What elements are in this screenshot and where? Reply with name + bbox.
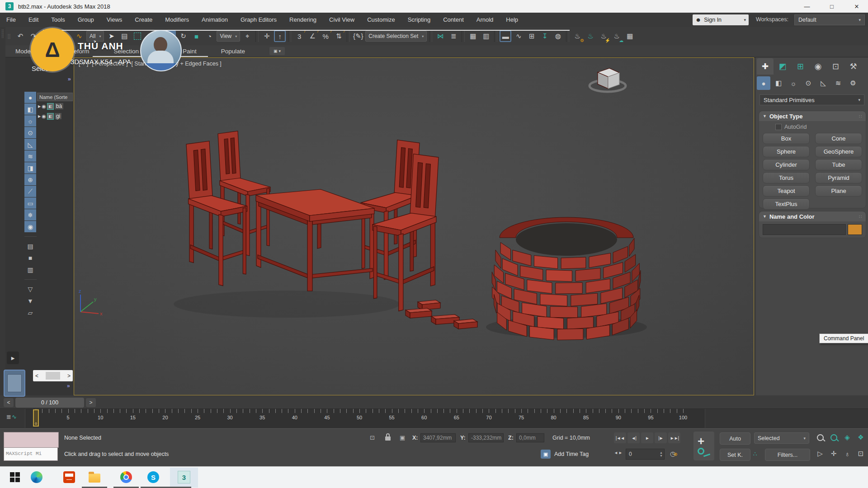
hierarchy-tab[interactable]: ⊞ xyxy=(792,58,809,75)
display-shapes-icon[interactable]: ◧ xyxy=(24,103,36,115)
toolbar-grip[interactable]: ⣿ xyxy=(7,33,10,39)
menu-customize[interactable]: Customize xyxy=(361,13,401,27)
utilities-tab[interactable]: ⚒ xyxy=(845,58,862,75)
scene-object-row[interactable]: ▶◉◧bà xyxy=(37,101,73,111)
menu-views[interactable]: Views xyxy=(100,13,128,27)
menu-tools[interactable]: Tools xyxy=(45,13,71,27)
primitive-button-textplus[interactable]: TextPlus xyxy=(763,198,810,210)
y-coordinate-field[interactable]: -333,232mm xyxy=(468,433,504,442)
frame-back-button[interactable]: < xyxy=(4,398,14,407)
expand-arrow-icon[interactable]: ▶ xyxy=(38,114,41,118)
selection-filter-dropdown[interactable]: All▾ xyxy=(86,31,104,42)
time-slider[interactable]: 0 / 100 xyxy=(15,398,84,408)
field-of-view-icon[interactable]: ▷ xyxy=(814,448,826,460)
z-coordinate-field[interactable]: 0,0mm xyxy=(516,433,544,442)
modify-tab[interactable]: ◩ xyxy=(774,58,791,75)
rendered-frame-window-icon[interactable]: ♨ xyxy=(585,30,596,42)
primitive-button-geosphere[interactable]: GeoSphere xyxy=(815,146,862,157)
display-geometry-icon[interactable]: ◨ xyxy=(24,162,36,174)
menu-edit[interactable]: Edit xyxy=(22,13,45,27)
render-in-cloud-icon[interactable]: ♨☁ xyxy=(611,30,623,42)
add-time-tag[interactable]: Add Time Tag xyxy=(554,451,589,457)
helpers-subtab[interactable]: ◺ xyxy=(816,76,830,90)
select-and-scale-icon[interactable]: ■ xyxy=(190,30,202,42)
frame-nudge-icon[interactable]: ◄► xyxy=(614,450,623,455)
taskbar-news-icon[interactable] xyxy=(62,470,76,484)
perspective-viewport[interactable]: xyz [ + ][ Perspective ][ Standard ][ Cl… xyxy=(74,57,754,395)
spacewarps-subtab[interactable]: ≋ xyxy=(831,76,845,90)
primitive-button-plane[interactable]: Plane xyxy=(815,185,862,197)
shapes-subtab[interactable]: ◧ xyxy=(772,76,785,90)
display-tab[interactable]: ⊡ xyxy=(827,58,844,75)
autogrid-checkbox[interactable] xyxy=(775,124,782,130)
rectangular-selection-region-icon[interactable] xyxy=(132,30,143,42)
menu-modifiers[interactable]: Modifiers xyxy=(159,13,195,27)
scene-object-row[interactable]: ▶◉◧gi xyxy=(37,111,73,121)
workspace-dropdown[interactable]: Default ▾ xyxy=(794,14,865,25)
mini-curve-editor-button[interactable]: ≣ ∿ xyxy=(6,413,17,420)
snaps-toggle-icon[interactable]: 3ˀ xyxy=(293,30,305,42)
menu-group[interactable]: Group xyxy=(71,13,100,27)
set-key-mode-button[interactable]: Set K. xyxy=(720,449,750,461)
play-button[interactable]: ► xyxy=(641,432,653,443)
primitive-button-pyramid[interactable]: Pyramid xyxy=(815,172,862,183)
taskbar-chrome-icon[interactable] xyxy=(119,470,133,484)
scene-explorer-overflow-icon[interactable]: » xyxy=(67,383,70,389)
spinner-snap-icon[interactable]: ⇅ˀ xyxy=(333,30,344,42)
primitive-button-cylinder[interactable]: Cylinder xyxy=(763,159,810,170)
auto-key-button[interactable]: Auto xyxy=(720,432,750,445)
key-filters-button[interactable]: Filters... xyxy=(765,449,810,461)
select-and-manipulate-icon[interactable]: ✛ xyxy=(261,30,273,42)
menu-animation[interactable]: Animation xyxy=(195,13,234,27)
close-button[interactable]: ✕ xyxy=(845,0,868,13)
scene-explorer-more-icon[interactable]: » xyxy=(68,75,71,82)
display-containers-icon[interactable]: ▭ xyxy=(24,197,36,209)
horizontal-scrollbar[interactable]: < > xyxy=(33,370,73,381)
display-lights-icon[interactable]: ☼ xyxy=(24,115,36,127)
folder-icon[interactable]: ▱ xyxy=(24,307,36,318)
filter-combination-icon[interactable]: ▽ xyxy=(24,283,36,295)
zoom-icon[interactable] xyxy=(814,432,826,443)
align-icon[interactable]: ≣ xyxy=(448,30,459,42)
menu-civil-view[interactable]: Civil View xyxy=(323,13,361,27)
name-and-color-rollout-header[interactable]: ▼ Name and Color ∷ xyxy=(759,211,866,221)
display-cameras-icon[interactable]: ⊙ xyxy=(24,127,36,138)
maxscript-mini-listener-label[interactable]: MAXScript Mi xyxy=(4,447,58,461)
menu-file[interactable]: File xyxy=(0,13,22,27)
visibility-eye-icon[interactable]: ◉ xyxy=(42,103,46,109)
scene-states-icon[interactable]: ◍ xyxy=(552,30,564,42)
taskbar-3dsmax-icon[interactable]: 3 xyxy=(177,470,191,484)
primitive-button-sphere[interactable]: Sphere xyxy=(763,146,810,157)
key-filter-selected-dropdown[interactable]: Selected ▾ xyxy=(754,432,809,444)
track-bar[interactable]: 5101520253035404550556065707580859095100… xyxy=(25,409,705,428)
go-to-end-button[interactable]: ►►| xyxy=(668,432,680,443)
display-hidden-icon[interactable]: ◉ xyxy=(24,221,36,232)
time-configuration-icon[interactable]: ◷⚙ xyxy=(670,450,678,457)
object-name-field[interactable] xyxy=(763,224,846,235)
primitive-button-teapot[interactable]: Teapot xyxy=(763,185,810,197)
motion-tab[interactable]: ◉ xyxy=(810,58,826,75)
next-frame-button[interactable]: |► xyxy=(655,432,667,443)
spinner-arrows-icon[interactable]: ▲▼ xyxy=(660,451,663,457)
maxscript-mini-listener[interactable] xyxy=(4,432,59,448)
ribbon-tab-populate[interactable]: Populate xyxy=(221,48,245,55)
menu-arnold[interactable]: Arnold xyxy=(470,13,500,27)
filter-icon[interactable]: ▼ xyxy=(24,295,36,306)
x-coordinate-field[interactable]: 3407,92mm xyxy=(420,433,456,442)
display-imports-icon[interactable]: ⊕ xyxy=(24,174,36,185)
ribbon-overflow-dropdown[interactable]: ▣▾ xyxy=(269,47,285,55)
frame-forward-button[interactable]: > xyxy=(86,398,96,407)
render-production-icon[interactable]: ♨⚡ xyxy=(598,30,609,42)
edit-named-selection-sets-icon[interactable]: {✎} xyxy=(352,30,364,42)
start-button[interactable] xyxy=(8,470,22,484)
keyboard-shortcut-override-icon[interactable]: ↑ xyxy=(274,30,286,42)
schematic-view-icon[interactable]: ⊞ xyxy=(526,30,538,42)
display-bones-icon[interactable]: ⟋ xyxy=(24,186,36,197)
undo-icon[interactable]: ↶ xyxy=(14,30,26,42)
primitive-button-box[interactable]: Box xyxy=(763,133,810,144)
dock-handle-strip[interactable]: ⣿⣿ xyxy=(0,27,5,395)
display-frozen-icon[interactable]: ❄ xyxy=(24,209,36,221)
menu-graph-editors[interactable]: Graph Editors xyxy=(234,13,283,27)
pan-view-icon[interactable]: ✛ xyxy=(827,448,840,460)
name-column-header[interactable]: Name (Sorte xyxy=(37,93,73,101)
